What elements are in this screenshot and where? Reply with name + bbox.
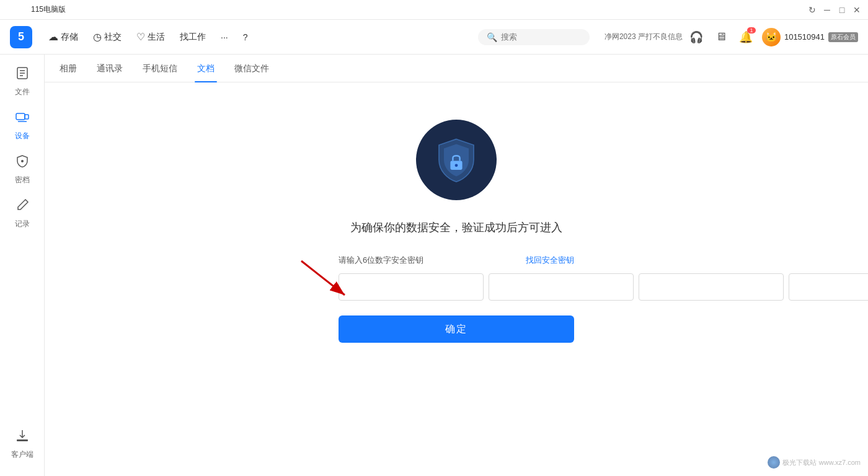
header: 5 ☁ 存储 ◷ 社交 ♡ 生活 找工作 ··· ? 🔍 净网2023 严打不良… xyxy=(0,20,868,55)
verification-area: 为确保你的数据安全，验证成功后方可进入 请输入6位数字安全密钥 找回安全密钥 xyxy=(45,82,868,476)
pencil-icon xyxy=(15,198,30,216)
confirm-button[interactable]: 确定 xyxy=(339,315,574,343)
digit-inputs xyxy=(339,273,574,301)
devices-icon xyxy=(15,110,30,128)
nav-social-label: 社交 xyxy=(104,32,122,43)
tab-wechat[interactable]: 微信文件 xyxy=(232,55,272,82)
username: 101510941 xyxy=(784,32,825,42)
nav-social[interactable]: ◷ 社交 xyxy=(87,27,128,46)
svg-rect-5 xyxy=(25,115,29,119)
ellipsis-icon: ··· xyxy=(221,32,228,42)
verification-title: 为确保你的数据安全，验证成功后方可进入 xyxy=(350,220,562,235)
content-area: 相册 通讯录 手机短信 文档 微信文件 xyxy=(45,55,868,476)
sidebar-files-label: 文件 xyxy=(15,87,30,97)
vip-badge: 原石会员 xyxy=(828,32,858,42)
arrow-wrapper xyxy=(339,273,574,301)
nav-jobs[interactable]: 找工作 xyxy=(174,28,212,46)
headphone-icon: 🎧 xyxy=(689,30,703,44)
maximize-button[interactable]: □ xyxy=(837,5,847,15)
question-icon: ? xyxy=(243,32,248,42)
sidebar-devices-label: 设备 xyxy=(15,131,30,141)
nav-more[interactable]: ··· xyxy=(215,29,234,46)
tab-contacts[interactable]: 通讯录 xyxy=(94,55,125,82)
recover-link[interactable]: 找回安全密钥 xyxy=(526,255,574,266)
input-label-row: 请输入6位数字安全密钥 找回安全密钥 xyxy=(339,255,574,266)
user-info[interactable]: 🐱 101510941 原石会员 xyxy=(762,28,858,46)
nav-jobs-label: 找工作 xyxy=(180,32,206,43)
nav-storage[interactable]: ☁ 存储 xyxy=(42,27,84,46)
screen-icon: 🖥 xyxy=(715,30,727,43)
nav-help[interactable]: ? xyxy=(237,29,254,46)
input-section: 请输入6位数字安全密钥 找回安全密钥 xyxy=(339,255,574,343)
screen-button[interactable]: 🖥 xyxy=(712,29,730,46)
nav-storage-label: 存储 xyxy=(61,32,78,43)
app-title: 115电脑版 xyxy=(31,4,66,15)
titlebar: 115电脑版 ↻ ─ □ ✕ xyxy=(0,0,868,20)
shield-graphic xyxy=(432,135,481,185)
shield-container xyxy=(416,120,497,200)
nav-life[interactable]: ♡ 生活 xyxy=(130,27,171,46)
digit-input-4[interactable] xyxy=(789,273,868,301)
tab-album[interactable]: 相册 xyxy=(57,55,79,82)
cloud-icon: ☁ xyxy=(48,31,58,43)
tab-sms[interactable]: 手机短信 xyxy=(140,55,180,82)
search-box[interactable]: 🔍 xyxy=(478,29,590,45)
digit-input-2[interactable] xyxy=(489,273,634,301)
shield-icon xyxy=(15,154,30,172)
header-right: 🎧 🖥 🔔 1 🐱 101510941 原石会员 xyxy=(688,28,858,46)
sidebar: 文件 设备 密档 xyxy=(0,55,45,476)
social-icon: ◷ xyxy=(93,31,102,43)
refresh-button[interactable]: ↻ xyxy=(807,5,817,15)
avatar: 🐱 xyxy=(762,28,781,46)
files-icon xyxy=(15,66,30,84)
tab-bar: 相册 通讯录 手机短信 文档 微信文件 xyxy=(45,55,868,82)
input-label: 请输入6位数字安全密钥 xyxy=(339,255,423,266)
watermark-logo xyxy=(768,456,780,469)
svg-point-10 xyxy=(455,164,458,167)
app-logo[interactable]: 5 xyxy=(10,26,32,48)
sidebar-bottom: 客户端 xyxy=(7,422,37,466)
sidebar-item-client[interactable]: 客户端 xyxy=(7,422,37,466)
search-icon: 🔍 xyxy=(487,32,497,42)
notice-text: 净网2023 严打不良信息 xyxy=(604,32,683,42)
close-button[interactable]: ✕ xyxy=(852,5,862,15)
sidebar-client-label: 客户端 xyxy=(11,449,33,460)
sidebar-passwords-label: 密档 xyxy=(15,175,30,185)
search-input[interactable] xyxy=(501,32,581,42)
sidebar-item-files[interactable]: 文件 xyxy=(0,60,44,104)
sidebar-item-devices[interactable]: 设备 xyxy=(0,104,44,148)
minimize-button[interactable]: ─ xyxy=(822,5,832,15)
main-layout: 文件 设备 密档 xyxy=(0,55,868,476)
svg-rect-8 xyxy=(17,439,28,441)
svg-point-7 xyxy=(21,160,24,162)
sidebar-item-records[interactable]: 记录 xyxy=(0,192,44,236)
nav-bar: ☁ 存储 ◷ 社交 ♡ 生活 找工作 ··· ? xyxy=(42,27,468,46)
digit-input-3[interactable] xyxy=(639,273,784,301)
notification-button[interactable]: 🔔 1 xyxy=(737,29,755,46)
notification-badge: 1 xyxy=(747,27,756,33)
tab-docs[interactable]: 文档 xyxy=(195,55,217,82)
download-icon xyxy=(15,428,30,447)
sidebar-item-passwords[interactable]: 密档 xyxy=(0,148,44,192)
watermark: 极光下载站 www.xz7.com xyxy=(768,456,861,469)
nav-life-label: 生活 xyxy=(148,32,165,43)
heart-icon: ♡ xyxy=(136,31,145,43)
svg-rect-4 xyxy=(16,113,25,120)
sidebar-records-label: 记录 xyxy=(15,219,30,229)
watermark-url: www.xz7.com xyxy=(819,459,861,466)
watermark-text: 极光下载站 xyxy=(782,458,817,467)
headphone-button[interactable]: 🎧 xyxy=(688,29,705,46)
digit-input-1[interactable] xyxy=(339,273,484,301)
window-controls: ↻ ─ □ ✕ xyxy=(807,5,862,15)
